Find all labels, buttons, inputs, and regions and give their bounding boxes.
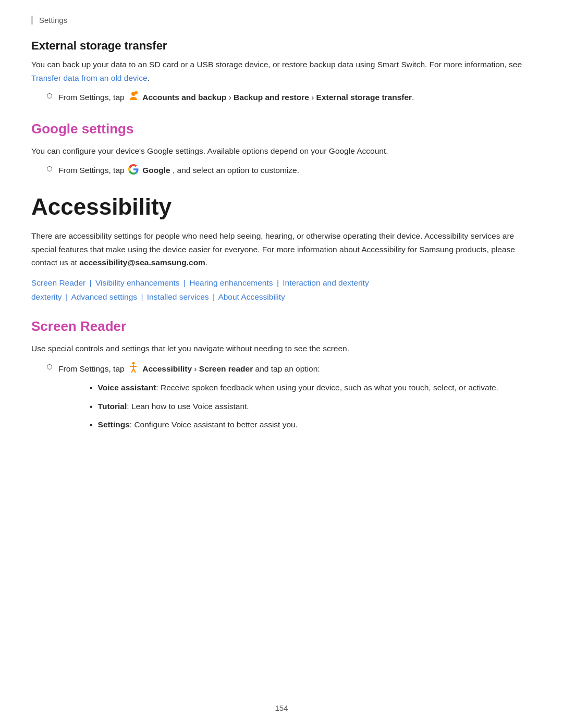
bullet-circle-icon-3: [47, 364, 52, 369]
sub-bullet-text-1: Voice assistant: Receive spoken feedback…: [98, 381, 498, 394]
google-icon: [128, 164, 139, 179]
nav-installed-link[interactable]: Installed services: [147, 292, 209, 301]
nav-dexterity-part[interactable]: dexterity: [31, 292, 62, 301]
accessibility-email: accessibility@sea.samsung.com: [79, 258, 205, 267]
svg-line-5: [131, 369, 133, 373]
transfer-data-link[interactable]: Transfer data from an old device: [31, 73, 148, 82]
screen-reader-section: Screen Reader Use special controls and s…: [31, 318, 532, 436]
google-settings-section: Google settings You can configure your d…: [31, 121, 532, 178]
external-storage-body-text: You can back up your data to an SD card …: [31, 60, 522, 69]
sub-bullet-dot-1: •: [90, 381, 93, 395]
svg-point-1: [134, 91, 138, 94]
svg-line-6: [133, 369, 136, 373]
page-container: Settings External storage transfer You c…: [0, 0, 563, 728]
screen-reader-sub-bullets: • Voice assistant: Receive spoken feedba…: [90, 381, 498, 432]
nav-visibility-link[interactable]: Visibility enhancements: [95, 278, 180, 287]
nav-hearing-link[interactable]: Hearing enhancements: [189, 278, 273, 287]
google-settings-bullet: From Settings, tap Google , and select a…: [47, 164, 532, 178]
accessibility-body: There are accessibility settings for peo…: [31, 229, 532, 269]
svg-point-2: [132, 362, 134, 364]
google-settings-title: Google settings: [31, 121, 532, 137]
external-storage-title: External storage transfer: [31, 39, 532, 53]
sub-bullet-settings: • Settings: Configure Voice assistant to…: [90, 418, 498, 432]
accounts-icon: [128, 91, 139, 105]
nav-about-link[interactable]: About Accessibility: [218, 292, 285, 301]
accessibility-stick-icon: [128, 362, 139, 377]
screen-reader-bullet-text: From Settings, tap Accessibility ›: [58, 362, 498, 437]
sub-bullet-dot-2: •: [90, 400, 93, 414]
nav-advanced-link[interactable]: Advanced settings: [71, 292, 137, 301]
screen-reader-body: Use special controls and settings that l…: [31, 342, 532, 355]
screen-reader-title: Screen Reader: [31, 318, 532, 335]
external-storage-section: External storage transfer You can back u…: [31, 39, 532, 105]
settings-text: Settings: [39, 16, 67, 24]
external-storage-bullet: From Settings, tap Accounts and backup ›…: [47, 91, 532, 105]
page-number: 154: [0, 704, 563, 712]
nav-interaction-link[interactable]: Interaction and dexterity: [283, 278, 369, 287]
nav-links: Screen Reader | Visibility enhancements …: [31, 276, 532, 304]
external-storage-bullet-text: From Settings, tap Accounts and backup ›…: [58, 91, 414, 105]
google-settings-body: You can configure your device's Google s…: [31, 144, 532, 158]
bullet-circle-icon-2: [47, 166, 52, 171]
sub-bullet-text-2: Tutorial: Lean how to use Voice assistan…: [98, 400, 249, 413]
transfer-link-text: Transfer data from an old device: [31, 73, 148, 82]
sub-bullet-tutorial: • Tutorial: Lean how to use Voice assist…: [90, 400, 498, 414]
screen-reader-bullet: From Settings, tap Accessibility ›: [47, 362, 532, 437]
sub-bullet-text-3: Settings: Configure Voice assistant to b…: [98, 418, 298, 431]
accessibility-title: Accessibility: [31, 194, 532, 220]
settings-label: Settings: [31, 16, 532, 24]
accessibility-section: Accessibility There are accessibility se…: [31, 194, 532, 436]
sub-bullet-voice-assistant: • Voice assistant: Receive spoken feedba…: [90, 381, 498, 395]
google-settings-bullet-text: From Settings, tap Google , and select a…: [58, 164, 299, 178]
sub-bullet-dot-3: •: [90, 418, 93, 432]
nav-screen-reader-link[interactable]: Screen Reader: [31, 278, 85, 287]
bullet-circle-icon: [47, 93, 52, 98]
external-storage-body: You can back up your data to an SD card …: [31, 58, 532, 84]
